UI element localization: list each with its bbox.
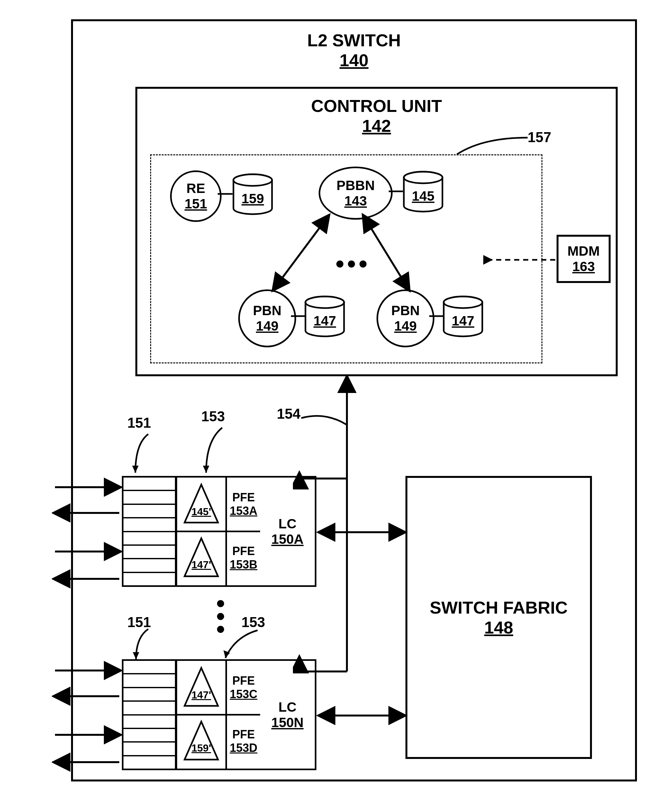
interface-group-n [122, 659, 176, 770]
pbn-left-num: 149 [256, 319, 278, 334]
l2-switch-title: L2 SWITCH [73, 30, 635, 50]
pbbn-db-num: 145 [412, 188, 434, 204]
pfe-d-title: PFE [232, 728, 255, 741]
interface-group-a [122, 476, 176, 587]
pfe-c-title: PFE [232, 674, 255, 687]
connector-pbn-left-db [290, 311, 306, 321]
pfe-d-block: 159' PFE 153D [176, 714, 262, 770]
pfe-c-num: 153C [230, 687, 257, 701]
pfe-b-num: 153B [230, 558, 257, 571]
pbn-left-db-num: 147 [314, 313, 336, 329]
label-154: 154 [277, 406, 300, 422]
label-157: 157 [528, 129, 551, 146]
re-num: 151 [184, 196, 207, 212]
re-node: RE 151 [170, 170, 222, 222]
lc-n-num: 150N [272, 715, 304, 730]
leader-153-b [216, 627, 267, 662]
mdm-title: MDM [558, 243, 609, 259]
l2-switch-num: 140 [73, 50, 635, 70]
pbbn-title: PBBN [336, 178, 375, 193]
pfe-c-tri: 147' [177, 689, 225, 701]
sf-title: SWITCH FABRIC [408, 597, 590, 618]
triangle-icon [179, 663, 224, 712]
svg-marker-28 [133, 652, 139, 659]
mdm-box: MDM 163 [556, 235, 611, 283]
switch-fabric-box: SWITCH FABRIC 148 [406, 476, 592, 759]
re-db-num: 159 [241, 191, 264, 207]
leader-151-a [129, 431, 161, 479]
ext-arrows-a [52, 477, 126, 589]
svg-marker-26 [132, 466, 139, 473]
pfe-a-block: 145' PFE 153A [176, 476, 262, 532]
pfe-a-tri: 145' [177, 506, 225, 518]
triangle-icon [179, 534, 224, 582]
pbn-right-num: 149 [394, 319, 417, 334]
svg-point-5 [404, 172, 442, 183]
leader-154 [299, 408, 351, 437]
leader-153-a [196, 424, 235, 479]
svg-line-13 [273, 216, 328, 290]
label-153-a: 153 [201, 408, 225, 424]
pbn-right-title: PBN [391, 303, 420, 319]
pfe-b-title: PFE [232, 544, 255, 558]
leader-157 [454, 135, 537, 164]
sf-num: 148 [408, 618, 590, 637]
pfe-a-title: PFE [232, 491, 255, 504]
pfe-d-num: 153D [230, 741, 257, 755]
pfe-b-block: 147' PFE 153B [176, 531, 262, 587]
pbn-right-db-num: 147 [452, 313, 474, 329]
triangle-icon [179, 480, 224, 528]
re-title: RE [186, 181, 205, 196]
label-151-a: 151 [127, 415, 151, 431]
connector-pbn-right-db [429, 311, 444, 321]
pbn-left-title: PBN [253, 303, 282, 319]
arrow-mdm [483, 251, 557, 270]
triangle-icon [179, 717, 224, 765]
diagram-root: L2 SWITCH 140 CONTROL UNIT 142 157 MDM 1… [16, 13, 647, 791]
connector-re-db [217, 189, 233, 199]
pfe-b-tri: 147' [177, 559, 225, 571]
mdm-num: 163 [558, 259, 609, 274]
connector-pbbn-db [388, 186, 404, 196]
svg-line-14 [364, 216, 409, 290]
ext-arrows-n [52, 661, 126, 772]
leader-151-b [129, 626, 161, 665]
lc-n-title: LC [278, 699, 296, 715]
svg-marker-27 [203, 466, 209, 473]
svg-point-11 [444, 296, 482, 308]
control-unit-title: CONTROL UNIT [137, 96, 616, 116]
pfe-d-tri: 159' [177, 742, 225, 754]
ellipsis-horizontal [336, 260, 367, 268]
pfe-c-block: 147' PFE 153C [176, 659, 262, 715]
svg-point-2 [233, 174, 272, 186]
pfe-a-num: 153A [230, 504, 257, 518]
arrow-lcn-sf [315, 704, 409, 727]
arrows-pbbn-pbn [248, 206, 428, 302]
